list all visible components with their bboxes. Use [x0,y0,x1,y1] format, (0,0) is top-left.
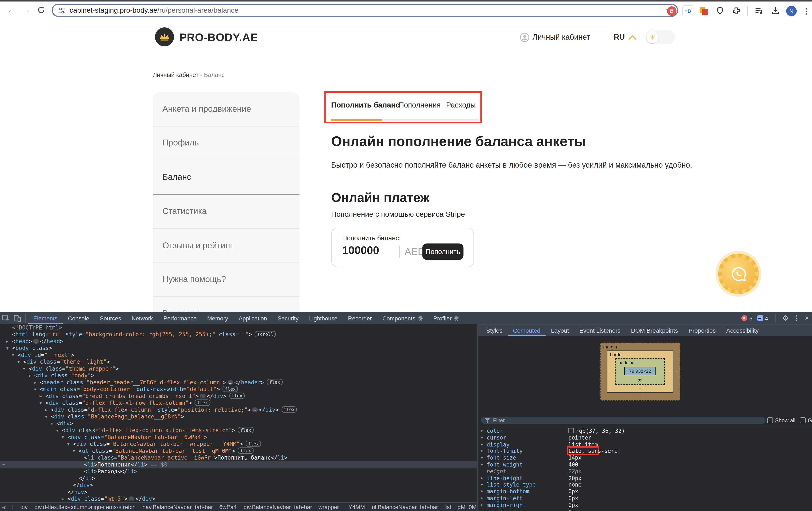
badge-flex[interactable]: flex [223,386,238,392]
badge-flex[interactable]: flex [238,427,254,433]
tree-row[interactable]: ▼<div class="theme-wrapper"> [0,365,477,372]
issues-counter[interactable]: 4 [757,315,768,321]
logo-crown-icon[interactable] [155,27,174,47]
language-selector[interactable]: RU [614,33,625,41]
element-crumb[interactable]: div.BalanceNavbar_tab-bar__wrapper___Y4M… [243,504,365,510]
computed-row-margin-left[interactable]: ▶margin-left0px [478,495,812,502]
collapse-arrow-icon[interactable]: ▼ [28,372,31,379]
theme-toggle[interactable]: ☀ [645,30,675,44]
sidebar-item-7[interactable]: Вакансии [153,297,299,312]
media-playlist-icon[interactable] [754,5,764,16]
tree-row[interactable]: <html lang="ru" style="background-color:… [0,331,477,338]
tree-row[interactable]: <li class="BalanceNavbar_active__iGwFr">… [0,454,477,461]
extension-squares-icon[interactable] [699,6,709,16]
collapse-arrow-icon[interactable]: ▼ [40,400,42,407]
expand-arrow-icon[interactable]: ▶ [481,475,483,481]
settings-gear-icon[interactable]: ⚙ [782,314,788,322]
row-options-icon[interactable]: ⋯ [2,461,5,468]
expand-arrow-icon[interactable]: ▶ [34,379,36,386]
tree-row[interactable]: ▼<div class="d-flex flex-xl-row flex-col… [0,399,477,407]
amount-input[interactable]: 100000 [342,244,379,257]
expand-arrow-icon[interactable]: ▶ [481,502,483,508]
collapsed-content-icon[interactable]: … [252,408,258,412]
expand-arrow-icon[interactable]: ▶ [45,407,48,414]
expand-arrow-icon[interactable]: ▶ [6,338,9,345]
tree-row-selected[interactable]: ⋯<li>Пополнения</li> == $0 [0,461,477,468]
expand-arrow-icon[interactable]: ▶ [481,427,483,434]
badge-scroll[interactable]: scroll [255,331,276,337]
logo-text[interactable]: PRO-BODY.AE [179,31,258,44]
tree-row[interactable]: ▶<header class="header_header__7m86Y d-f… [0,379,477,386]
tree-row[interactable]: </nav> [0,489,477,495]
computed-row-list-style-type[interactable]: ▶list-style-typenone [478,481,812,488]
devtools-tab-profiler[interactable]: Profiler [428,312,464,324]
reload-icon[interactable] [35,4,48,17]
expand-arrow-icon[interactable]: ▶ [481,488,483,495]
tree-row[interactable]: ▼<body class> [0,345,477,352]
collapse-arrow-icon[interactable]: ▼ [73,448,75,455]
expand-arrow-icon[interactable]: ▶ [481,495,483,502]
element-crumb[interactable]: l [12,504,13,510]
tree-row[interactable]: ▼<div class="BalancePage_balance__gI8rN"… [0,413,477,420]
tree-row[interactable]: ▼<div> [0,420,477,427]
badge-flex[interactable]: flex [267,379,283,385]
sidebar-item-3[interactable]: Баланс [153,160,299,195]
tree-row[interactable]: ▼<main class="body-container" data-max-w… [0,386,477,393]
tree-row[interactable]: ▼<div class="d-flex flex-column align-it… [0,427,477,434]
collapsed-content-icon[interactable]: … [33,339,39,344]
devtools-tab-memory[interactable]: Memory [202,312,233,324]
tree-row[interactable]: <li>Расходы</li> [0,468,477,475]
element-crumb[interactable]: nav.BalanceNavbar_tab-bar__6wPa4 [142,504,237,510]
devtools-tab-lighthouse[interactable]: Lighthouse [304,312,343,324]
browser-menu-icon[interactable]: ⋮ [803,6,810,15]
error-counter[interactable]: ×6 [741,315,752,321]
collapse-arrow-icon[interactable]: ▼ [34,386,36,393]
devtools-tab-network[interactable]: Network [126,312,158,324]
devtools-tab-application[interactable]: Application [233,312,272,324]
sidebar-tab-dom-breakpoints[interactable]: DOM Breakpoints [626,324,683,336]
group-checkbox[interactable]: Group [800,417,812,423]
devtools-tab-elements[interactable]: Elements [28,312,63,324]
devtools-menu-icon[interactable]: ⋮ [793,314,800,322]
badge-flex[interactable]: flex [229,393,245,399]
color-swatch[interactable] [569,428,574,433]
sidebar-tab-styles[interactable]: Styles [481,324,508,336]
show-all-checkbox[interactable]: Show all [767,417,795,423]
tree-row[interactable]: ▼<nav class="BalanceNavbar_tab-bar__6wPa… [0,434,477,441]
computed-row-font-family[interactable]: ▶font-familyLato, sans-serif [478,448,812,454]
collapse-arrow-icon[interactable]: ▼ [56,427,58,434]
sidebar-tab-properties[interactable]: Properties [683,324,721,336]
collapsed-content-icon[interactable]: … [129,497,134,501]
collapse-arrow-icon[interactable]: ▼ [62,434,64,441]
computed-row-font-weight[interactable]: ▶font-weight400 [478,461,812,468]
profile-avatar[interactable]: N [786,5,797,16]
downloads-icon[interactable] [770,5,780,16]
extensions-puzzle-icon[interactable] [731,5,741,16]
tree-row[interactable]: ▶<div class="d-flex flex-column" style="… [0,407,477,413]
sidebar-item-1[interactable]: Анкета и продвижение [153,92,299,126]
computed-filter-input[interactable]: Filter [481,417,765,424]
collapsed-content-icon[interactable]: … [228,380,233,385]
computed-row-margin-bottom[interactable]: ▶margin-bottom0px [478,488,812,495]
sidebar-item-4[interactable]: Статистика [153,195,299,229]
collapse-arrow-icon[interactable]: ▼ [67,441,69,448]
tree-row[interactable]: ▼<div class="BalanceNavbar_tab-bar__wrap… [0,441,477,448]
expand-arrow-icon[interactable]: ▶ [481,448,483,454]
computed-row-font-size[interactable]: ▶font-size14px [478,454,812,461]
tree-row[interactable]: ▼<div class="body"> [0,372,477,379]
back-icon[interactable]: ← [5,4,18,17]
collapsed-content-icon[interactable]: … [200,394,205,399]
topup-button[interactable]: Пополнить [423,243,464,260]
badge-flex[interactable]: flex [238,448,254,454]
account-icon[interactable] [520,33,529,42]
location-pin-icon[interactable] [715,5,725,16]
tree-row[interactable]: <!DOCTYPE html> [0,324,477,331]
extension-eb-icon[interactable]: ≡B [682,5,693,17]
computed-row-color[interactable]: ▶colorrgb(37, 36, 32) [478,427,812,434]
crumbs-scroll-left-icon[interactable]: ◀ [2,505,5,510]
sidebar-item-6[interactable]: Нужна помощь? [153,263,299,297]
expand-arrow-icon[interactable]: ▶ [481,434,483,441]
sidebar-tab-accessibility[interactable]: Accessibility [721,324,764,336]
sidebar-tab-layout[interactable]: Layout [546,324,574,336]
expand-arrow-icon[interactable]: ▶ [40,393,42,400]
